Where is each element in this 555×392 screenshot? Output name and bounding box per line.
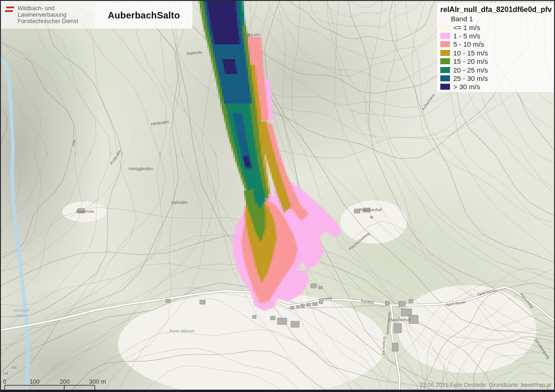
legend-label: 25 - 30 m/s: [453, 74, 488, 82]
scalebar-label: 200: [60, 378, 70, 385]
legend-item: 25 - 30 m/s: [440, 74, 554, 82]
legend-items: <= 1 m/s1 - 5 m/s5 - 10 m/s10 - 15 m/s15…: [437, 23, 554, 91]
legend-band-label: Band 1: [451, 15, 554, 23]
legend-item: 10 - 15 m/s: [440, 49, 554, 57]
legend-label: > 30 m/s: [453, 83, 480, 91]
scalebar-label: 100: [30, 378, 40, 385]
legend-item: 1 - 5 m/s: [440, 31, 554, 40]
page-title: AuberbachSalto: [108, 10, 180, 21]
scalebar-label: 300 m: [89, 378, 106, 385]
legend-panel: relAlr_null_dfa_8201df6e0d_pfv Band 1 <=…: [437, 3, 554, 92]
legend-item: 15 - 20 m/s: [440, 57, 554, 66]
scale-bar: 0100200300 m: [0, 372, 120, 392]
title-panel: AuberbachSalto: [95, 3, 192, 28]
legend-swatch: [440, 84, 450, 90]
legend-item: 5 - 10 m/s: [440, 40, 554, 49]
wlv-logo: Wildbach- und Lawinenverbauung Forsttech…: [6, 5, 78, 24]
legend-swatch: [440, 24, 450, 31]
map-export: Kublit AlmJagdhütteHinteralmPusteralmAmr…: [0, 0, 555, 392]
legend-swatch: [440, 58, 450, 64]
legend-swatch: [440, 41, 450, 47]
scalebar-label: 0: [3, 378, 6, 385]
legend-label: 1 - 5 m/s: [453, 32, 480, 40]
legend-label: 10 - 15 m/s: [453, 49, 488, 57]
legend-label: <= 1 m/s: [453, 24, 480, 31]
legend-label: 5 - 10 m/s: [453, 40, 484, 48]
legend-swatch: [440, 50, 450, 56]
legend-title: relAlr_null_dfa_8201df6e0d_pfv: [440, 6, 554, 14]
organization-name: Wildbach- und Lawinenverbauung Forsttech…: [18, 5, 78, 24]
legend-label: 20 - 25 m/s: [453, 66, 488, 74]
legend-item: 20 - 25 m/s: [440, 66, 554, 74]
legend-item: <= 1 m/s: [440, 23, 554, 31]
org-line: Forsttechnischer Dienst: [18, 18, 78, 24]
legend-swatch: [440, 33, 450, 39]
austria-flag-icon: [5, 6, 14, 12]
legend-label: 15 - 20 m/s: [453, 57, 488, 65]
org-line: Wildbach- und: [18, 5, 78, 12]
legend-item: > 30 m/s: [440, 83, 554, 91]
org-line: Lawinenverbauung: [18, 12, 78, 18]
legend-swatch: [440, 67, 450, 73]
map-attribution: 23.06.2021 Felix Oesterle: Grundkarte: b…: [419, 382, 551, 388]
legend-swatch: [440, 75, 450, 81]
